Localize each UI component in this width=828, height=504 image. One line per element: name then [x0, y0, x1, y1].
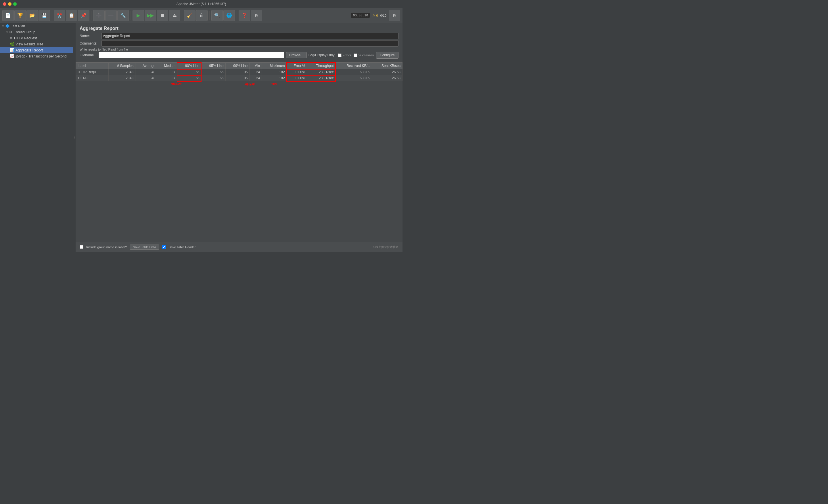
browse-button[interactable]: Browse...: [286, 52, 307, 58]
toolbar-right: 00:00:10 ⚠ 0 0/10 🖥: [351, 10, 400, 21]
sidebar-item-aggregate-report[interactable]: 📊 Aggregate Report: [0, 47, 73, 53]
cell-95line-1: 66: [201, 75, 225, 81]
successes-checkbox[interactable]: [354, 53, 357, 57]
close-button[interactable]: [3, 2, 6, 6]
warn-icon: ⚠: [372, 13, 375, 17]
cell-average-1: 40: [135, 75, 157, 81]
annotation-90rt: 90%RT: [166, 83, 187, 87]
file-row: Filename Browse... Log/Display Only: Err…: [80, 52, 399, 59]
label-http-request: HTTP Request: [14, 36, 37, 40]
panel-header: Aggregate Report Name: Comments: Write r…: [76, 23, 403, 62]
annotation-row: 90%RT 错误率 TPS: [76, 83, 403, 87]
configure-button[interactable]: Configure: [376, 52, 399, 59]
window-title: Apache JMeter (5.1.1 r1855137): [176, 2, 226, 6]
start-nolog-button[interactable]: ▶▶: [144, 10, 156, 21]
remote-start-all-button[interactable]: 🌐: [223, 10, 235, 21]
timer-display: 00:00:10: [351, 13, 370, 18]
cell-90line-0: 56: [177, 69, 201, 75]
comments-input[interactable]: [101, 40, 399, 47]
label-view-results-tree: View Results Tree: [15, 42, 43, 46]
cell-95line-0: 66: [201, 69, 225, 75]
remote-config-button[interactable]: 🖥: [251, 10, 262, 21]
collapse-button[interactable]: ➖: [105, 10, 117, 21]
titlebar: Apache JMeter (5.1.1 r1855137): [0, 0, 403, 8]
icon-thread-group: ⚙: [9, 30, 13, 34]
save-button[interactable]: 💾: [39, 10, 50, 21]
errors-checkbox-group: Errors: [338, 53, 351, 57]
cell-throughput-1: 233.1/sec: [307, 75, 335, 81]
shutdown-button[interactable]: ⏏: [169, 10, 180, 21]
arrow-test-plan: ▼: [2, 25, 4, 28]
cell-99line-1: 105: [225, 75, 250, 81]
sidebar-item-jp-transactions[interactable]: 📈 jp@gc - Transactions per Second: [0, 53, 73, 59]
start-button[interactable]: ▶: [132, 10, 144, 21]
save-table-header-label: Save Table Header: [169, 245, 196, 249]
name-input[interactable]: [101, 33, 399, 39]
panel-title: Aggregate Report: [80, 26, 399, 31]
window-controls[interactable]: [3, 2, 17, 6]
save-table-data-button[interactable]: Save Table Data: [130, 244, 159, 250]
new-button[interactable]: 📄: [2, 10, 14, 21]
col-sent: Sent KB/sec: [372, 63, 402, 69]
watermark: ©极土掘金技术社区: [373, 245, 399, 249]
cell-median-1: 37: [157, 75, 177, 81]
include-group-label: Include group name in label?: [86, 245, 127, 249]
cell-min-0: 24: [250, 69, 262, 75]
icon-view-results-tree: 🌿: [10, 42, 14, 46]
main-layout: ▼ 🔷 Test Plan ▼ ⚙ Thread Group ✏ HTTP Re…: [0, 23, 403, 252]
arrow-thread-group: ▼: [6, 31, 8, 34]
toolbar: 📄 🏆 📂 💾 ✂️ 📋 📌 ➕ ➖ 🔧 ▶ ▶▶ ⏹ ⏏ 🧹 🗑 🔍 🌐 ❓ …: [0, 8, 403, 23]
separator-6: [237, 11, 237, 20]
sidebar-item-test-plan[interactable]: ▼ 🔷 Test Plan: [0, 23, 73, 29]
remote-icon-button[interactable]: 🖥: [389, 10, 400, 21]
clear-button[interactable]: 🧹: [184, 10, 196, 21]
name-label: Name:: [80, 34, 100, 38]
content-panel: Aggregate Report Name: Comments: Write r…: [76, 23, 403, 252]
stop-button[interactable]: ⏹: [157, 10, 168, 21]
expand-button[interactable]: ➕: [93, 10, 105, 21]
log-display-row: Log/Display Only: Errors Successes Confi…: [308, 52, 399, 59]
table-header-row: Label # Samples Average Median 90% Line …: [76, 63, 403, 69]
cell-max-1: 182: [262, 75, 287, 81]
clear-all-button[interactable]: 🗑: [196, 10, 208, 21]
filename-input[interactable]: [98, 52, 284, 58]
sidebar-item-thread-group[interactable]: ▼ ⚙ Thread Group: [0, 29, 73, 35]
templates-button[interactable]: 🏆: [14, 10, 26, 21]
paste-button[interactable]: 📌: [78, 10, 89, 21]
cell-99line-0: 105: [225, 69, 250, 75]
errors-checkbox[interactable]: [338, 53, 341, 57]
name-row: Name:: [80, 33, 399, 39]
save-table-header-checkbox[interactable]: [162, 245, 166, 249]
sidebar-divider[interactable]: ⋮: [73, 23, 76, 252]
cell-90line-1: 56: [177, 75, 201, 81]
help-button[interactable]: ❓: [239, 10, 250, 21]
annotation-error-rate: 错误率: [237, 83, 263, 87]
table-row: HTTP Requ... 2343 40 37 56 66 105 24 182…: [76, 69, 403, 75]
comments-row: Comments:: [80, 40, 399, 47]
cell-error-0: 0.00%: [287, 69, 307, 75]
cell-received-1: 633.09: [335, 75, 372, 81]
maximize-button[interactable]: [13, 2, 17, 6]
separator-2: [91, 11, 91, 20]
toggle-button[interactable]: 🔧: [117, 10, 129, 21]
icon-aggregate-report: 📊: [10, 48, 14, 52]
sidebar-item-http-request[interactable]: ✏ HTTP Request: [0, 35, 73, 41]
cell-received-0: 633.09: [335, 69, 372, 75]
label-test-plan: Test Plan: [11, 24, 25, 28]
cell-average-0: 40: [135, 69, 157, 75]
col-min: Min: [250, 63, 262, 69]
col-median: Median: [157, 63, 177, 69]
open-button[interactable]: 📂: [27, 10, 38, 21]
cell-samples-1: 2343: [109, 75, 135, 81]
label-aggregate-report: Aggregate Report: [15, 48, 43, 52]
cut-button[interactable]: ✂️: [54, 10, 65, 21]
cell-error-1: 0.00%: [287, 75, 307, 81]
sidebar-item-view-results-tree[interactable]: 🌿 View Results Tree: [0, 41, 73, 47]
copy-button[interactable]: 📋: [66, 10, 77, 21]
col-error: Error %: [287, 63, 307, 69]
minimize-button[interactable]: [8, 2, 11, 6]
warning-badge: ⚠ 0: [372, 13, 378, 17]
icon-jp-transactions: 📈: [10, 54, 14, 58]
search-button[interactable]: 🔍: [211, 10, 223, 21]
include-group-checkbox[interactable]: [80, 245, 83, 249]
